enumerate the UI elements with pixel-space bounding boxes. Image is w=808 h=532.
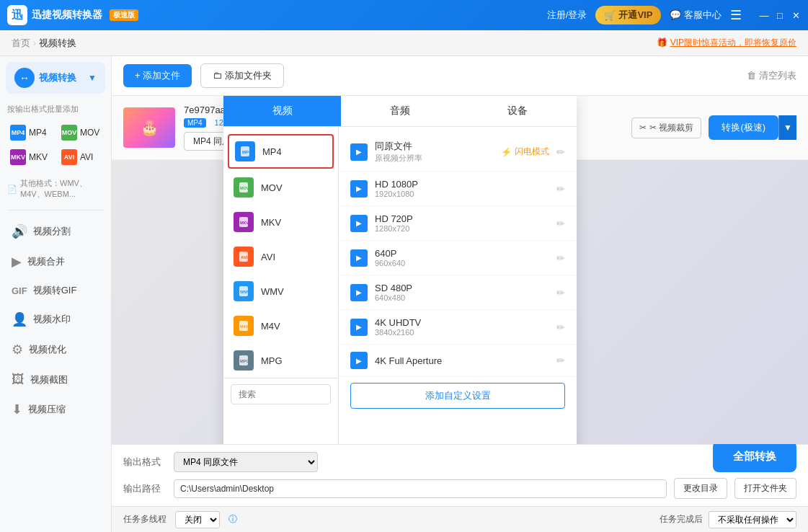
convert-button[interactable]: 转换(极速) bbox=[709, 115, 778, 140]
tab-device[interactable]: 设备 bbox=[459, 96, 577, 126]
sidebar-item-optimize[interactable]: ⚙ 视频优化 bbox=[0, 334, 111, 365]
format-list-item-mp4[interactable]: MP4 MP4 bbox=[228, 134, 334, 169]
sidebar-item-split[interactable]: 🔊 视频分割 bbox=[0, 216, 111, 247]
quality-item-640p[interactable]: ▶ 640P 960x640 ✏ bbox=[339, 241, 577, 275]
format-label-m4v: M4V bbox=[261, 321, 280, 332]
sidebar: ↔ 视频转换 ▼ 按输出格式批量添加 MP4 MP4 MOV MOV MKV M… bbox=[0, 56, 112, 532]
open-folder-button[interactable]: 打开文件夹 bbox=[734, 478, 796, 499]
quality-info-same: 同原文件 原视频分辨率 bbox=[375, 140, 494, 164]
format-list-item-mkv[interactable]: MKV MKV bbox=[223, 205, 338, 239]
format-list-item-mpg[interactable]: MPG MPG bbox=[223, 343, 338, 378]
sidebar-item-merge[interactable]: ▶ 视频合并 bbox=[0, 247, 111, 277]
format-label-mkv: MKV bbox=[261, 217, 281, 228]
maximize-button[interactable]: □ bbox=[775, 10, 785, 20]
quality-play-icon-same: ▶ bbox=[350, 143, 368, 161]
clear-list-button[interactable]: 🗑 清空列表 bbox=[747, 69, 796, 82]
output-path-row: 输出路径 更改目录 打开文件夹 bbox=[123, 478, 796, 499]
quality-edit-same[interactable]: ✏ bbox=[556, 146, 565, 158]
sidebar-top-video-convert[interactable]: ↔ 视频转换 ▼ bbox=[6, 62, 105, 94]
add-custom-button[interactable]: 添加自定义设置 bbox=[350, 383, 565, 409]
quality-info-4k-full: 4K Full Aperture bbox=[375, 355, 549, 366]
quality-item-4k-full[interactable]: ▶ 4K Full Aperture ✏ bbox=[339, 345, 577, 377]
sidebar-format-mov[interactable]: MOV MOV bbox=[57, 122, 105, 143]
info-icon[interactable]: ⓘ bbox=[228, 513, 237, 526]
quality-item-sd480[interactable]: ▶ SD 480P 640x480 ✏ bbox=[339, 275, 577, 310]
format-search bbox=[223, 378, 338, 410]
convert-arrow-button[interactable]: ▼ bbox=[778, 115, 796, 140]
convert-all-button[interactable]: 全部转换 bbox=[713, 441, 796, 472]
sidebar-item-watermark[interactable]: 👤 视频水印 bbox=[0, 304, 111, 334]
file-actions: ✂ ✂ 视频裁剪 转换(极速) ▼ bbox=[631, 115, 796, 140]
format-search-input[interactable] bbox=[231, 384, 331, 404]
tab-video[interactable]: 视频 bbox=[223, 96, 341, 126]
quality-edit-4k-uhdtv[interactable]: ✏ bbox=[556, 322, 565, 333]
quality-info-hd1080: HD 1080P 1920x1080 bbox=[375, 179, 549, 198]
formats-hint: 按输出格式批量添加 bbox=[0, 99, 111, 119]
tab-audio[interactable]: 音频 bbox=[341, 96, 458, 126]
quality-play-icon-sd480: ▶ bbox=[350, 284, 368, 301]
vip-promo-banner[interactable]: 🎁 VIP限时惊喜活动，即将恢复原价 bbox=[657, 37, 796, 49]
format-list: MP4 MP4 MOV MOV MKV bbox=[223, 127, 339, 444]
svg-text:MKV: MKV bbox=[240, 221, 249, 225]
quality-edit-4k-full[interactable]: ✏ bbox=[556, 355, 565, 366]
breadcrumb-current: 视频转换 bbox=[39, 37, 76, 50]
avi-icon: AVI bbox=[61, 149, 77, 165]
quality-edit-sd480[interactable]: ✏ bbox=[556, 287, 565, 298]
sidebar-item-screenshot[interactable]: 🖼 视频截图 bbox=[0, 365, 111, 394]
file-format-badge: MP4 bbox=[184, 118, 206, 128]
sidebar-format-avi[interactable]: AVI AVI bbox=[57, 146, 105, 168]
menu-icon[interactable]: ☰ bbox=[730, 7, 742, 23]
convert-button-group: 转换(极速) ▼ bbox=[709, 115, 796, 140]
minimize-button[interactable]: — bbox=[759, 10, 769, 20]
format-list-item-avi[interactable]: AVI AVI bbox=[223, 239, 338, 274]
customer-service-button[interactable]: 💬 客服中心 bbox=[670, 9, 722, 22]
compress-icon: ⬇ bbox=[12, 402, 22, 417]
open-vip-button[interactable]: 🛒 开通VIP bbox=[595, 6, 661, 25]
svg-text:MPG: MPG bbox=[240, 359, 249, 363]
content-area: + 添加文件 🗀 添加文件夹 🗑 清空列表 🎂 7e9797aa719...3.… bbox=[112, 56, 808, 532]
register-login-button[interactable]: 注册/登录 bbox=[547, 9, 587, 22]
quality-edit-640p[interactable]: ✏ bbox=[556, 252, 565, 264]
merge-icon: ▶ bbox=[12, 254, 22, 270]
quality-play-icon-640p: ▶ bbox=[350, 249, 368, 267]
quality-item-same[interactable]: ▶ 同原文件 原视频分辨率 ⚡ 闪电模式 ✏ bbox=[339, 133, 577, 172]
optimize-icon: ⚙ bbox=[12, 342, 23, 358]
quality-info-4k-uhdtv: 4K UHDTV 3840x2160 bbox=[375, 317, 549, 337]
task-thread-select[interactable]: 关闭 bbox=[175, 511, 220, 528]
quality-edit-hd720[interactable]: ✏ bbox=[556, 218, 565, 229]
screenshot-icon: 🖼 bbox=[12, 372, 25, 387]
change-dir-button[interactable]: 更改目录 bbox=[674, 478, 727, 499]
file-list-area: 🎂 7e9797aa719...3.mp4 ✏ MP4 1280*720 00:… bbox=[112, 96, 808, 444]
quality-item-hd1080[interactable]: ▶ HD 1080P 1920x1080 ✏ bbox=[339, 172, 577, 206]
other-formats-item[interactable]: 📄 其他格式：WMV、M4V、WEBM... bbox=[0, 174, 111, 204]
task-bar-right: 任务完成后 不采取任何操作 bbox=[660, 511, 796, 528]
app-logo: 迅 迅捷视频转换器 极速版 bbox=[7, 5, 138, 25]
format-label-mp4: MP4 bbox=[262, 146, 282, 157]
breadcrumb-home[interactable]: 首页 bbox=[12, 37, 30, 50]
trim-button[interactable]: ✂ ✂ 视频裁剪 bbox=[631, 118, 701, 138]
add-file-button[interactable]: + 添加文件 bbox=[123, 64, 192, 87]
quality-info-640p: 640P 960x640 bbox=[375, 248, 549, 267]
sidebar-top-arrow: ▼ bbox=[88, 73, 97, 83]
sidebar-item-to-gif[interactable]: GIF 视频转GIF bbox=[0, 277, 111, 304]
sidebar-item-compress[interactable]: ⬇ 视频压缩 bbox=[0, 394, 111, 425]
close-button[interactable]: ✕ bbox=[791, 10, 801, 20]
after-task-label: 任务完成后 bbox=[660, 513, 703, 526]
task-bar: 任务多线程 关闭 ⓘ 任务完成后 不采取任何操作 bbox=[112, 506, 808, 532]
quality-edit-hd1080[interactable]: ✏ bbox=[556, 183, 565, 195]
sidebar-format-mp4[interactable]: MP4 MP4 bbox=[6, 122, 54, 143]
add-folder-button[interactable]: 🗀 添加文件夹 bbox=[200, 63, 284, 88]
sidebar-format-mkv[interactable]: MKV MKV bbox=[6, 146, 54, 168]
quality-item-hd720[interactable]: ▶ HD 720P 1280x720 ✏ bbox=[339, 206, 577, 241]
avi-format-icon: AVI bbox=[234, 247, 254, 267]
format-list-item-m4v[interactable]: M4V M4V bbox=[223, 309, 338, 343]
format-list-item-wmv[interactable]: WMV WMV bbox=[223, 274, 338, 309]
mkv-format-icon: MKV bbox=[234, 212, 254, 232]
svg-text:MP4: MP4 bbox=[242, 150, 251, 154]
bottom-bar: 输出格式 MP4 同原文件 全部转换 输出路径 更改目录 打开文件夹 bbox=[112, 444, 808, 506]
output-path-input[interactable] bbox=[174, 479, 667, 498]
format-list-item-mov[interactable]: MOV MOV bbox=[223, 170, 338, 205]
after-task-select[interactable]: 不采取任何操作 bbox=[709, 511, 796, 528]
output-format-dropdown[interactable]: MP4 同原文件 bbox=[174, 452, 318, 472]
quality-item-4k-uhdtv[interactable]: ▶ 4K UHDTV 3840x2160 ✏ bbox=[339, 310, 577, 345]
